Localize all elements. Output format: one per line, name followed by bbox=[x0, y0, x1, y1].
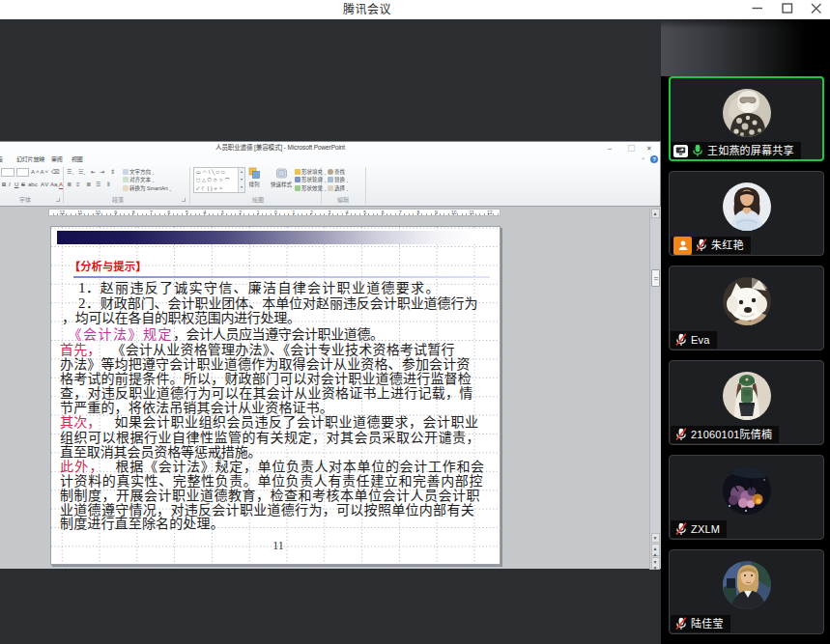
ruler-number: 7 bbox=[150, 210, 153, 215]
avatar bbox=[723, 89, 771, 137]
participant-name: 朱红艳 bbox=[711, 237, 744, 254]
slide-canvas[interactable]: 【分析与提示】 1．赵丽违反了诚实守信、廉洁自律会计职业道德要求。2．财政部门、… bbox=[50, 226, 501, 565]
text-segment: 制度进行直至除名的处理。 bbox=[60, 517, 224, 531]
participant-tile[interactable]: 王如燕的屏幕共享 bbox=[669, 76, 824, 161]
arrange-button[interactable]: 排列 bbox=[240, 167, 269, 188]
participants-sidebar: 王如燕的屏幕共享 朱红艳 bbox=[661, 19, 830, 644]
scrollbar-thumb[interactable] bbox=[651, 269, 660, 287]
convert-smartart-item[interactable]: 转换为 SmartArt ˯ bbox=[123, 184, 171, 192]
font-dialog-launcher[interactable] bbox=[56, 198, 60, 202]
avatar-illustration bbox=[723, 277, 771, 325]
label-text: 选择 bbox=[334, 185, 345, 191]
member-person-icon bbox=[677, 239, 689, 251]
participant-tile[interactable]: Eva bbox=[669, 266, 824, 350]
indent-increase-icon[interactable]: ⇥ bbox=[100, 168, 104, 176]
font-resize-icons[interactable]: A˄A˅ bbox=[31, 168, 49, 176]
italic-button[interactable]: I bbox=[9, 181, 11, 188]
indent-decrease-icon[interactable]: ⇤ bbox=[91, 168, 96, 176]
ribbon-group-label: 字体 bbox=[19, 197, 31, 204]
line-spacing-icon[interactable]: ⇕ bbox=[110, 168, 115, 176]
quick-styles-button[interactable]: 快速样式 bbox=[267, 167, 296, 188]
find-item[interactable]: 查找 bbox=[328, 168, 345, 176]
ruler-number: 2 bbox=[310, 210, 313, 215]
slide-text-line: 查，对违反职业道德行为可以在其会计从业资格证书上进行记载，情 bbox=[60, 386, 473, 401]
justify-icon[interactable]: ☰ bbox=[96, 181, 100, 188]
previous-slide-button[interactable]: ▲▲ bbox=[651, 544, 660, 556]
align-left-icon[interactable]: ≣ bbox=[67, 181, 73, 188]
mic-status bbox=[675, 428, 687, 441]
shape-effects-item[interactable]: 形状效果 ˯ bbox=[295, 184, 326, 192]
slide-text-line: 2．财政部门、会计职业团体、本单位对赵丽违反会计职业道德行为 bbox=[78, 296, 477, 311]
shape-effects-icon bbox=[295, 185, 301, 191]
shape-fill-item[interactable]: 形状填充 ˯ bbox=[295, 168, 326, 176]
shape-outline-item[interactable]: 形状轮廓 ˯ bbox=[295, 176, 326, 183]
label-text: 转换为 SmartArt bbox=[129, 185, 168, 191]
align-text-item[interactable]: 对齐文本 ˯ bbox=[123, 176, 154, 183]
shapes-gallery[interactable]: ▭◠\╲□⬭ ◻△⎔◇☆⌒ ✓☾{}⟡✧ ▴▾▾ bbox=[193, 167, 245, 193]
shadow-button[interactable]: abc bbox=[28, 181, 38, 188]
ribbon-tab[interactable]: 幻灯片放映 bbox=[16, 154, 44, 164]
font-color-button[interactable]: A bbox=[59, 181, 63, 189]
participant-tile[interactable]: 21060101阮倩楠 bbox=[669, 360, 824, 445]
maximize-button[interactable] bbox=[777, 0, 798, 19]
label-text: 形状填充 bbox=[301, 169, 323, 175]
clear-format-icon[interactable]: ⌫ bbox=[51, 168, 59, 176]
ribbon-tab[interactable]: 视图 bbox=[72, 154, 83, 164]
close-button[interactable] bbox=[806, 0, 827, 19]
ribbon-tab[interactable]: 动画 bbox=[0, 154, 3, 164]
participant-tile[interactable]: ZXLM bbox=[669, 455, 824, 540]
text-segment: 如果会计职业组织会员违反了会计职业道德要求，会计职业 bbox=[114, 415, 478, 430]
smartart-icon bbox=[123, 185, 129, 191]
participant-tile[interactable]: 陆佳莹 bbox=[669, 549, 824, 634]
mic-status bbox=[675, 333, 687, 347]
label-text: 对齐文本 bbox=[129, 177, 151, 182]
participant-tile[interactable]: 朱红艳 bbox=[669, 171, 824, 256]
slide-text-line: 计资料的真实性、完整性负责。单位负责人有责任建立和完善内部控 bbox=[60, 474, 483, 489]
scroll-down-button[interactable]: ▼ bbox=[651, 533, 660, 543]
strikethrough-button[interactable]: S bbox=[21, 181, 25, 188]
label-text: 替换 bbox=[334, 177, 345, 182]
ribbon-tab[interactable]: 审阅 bbox=[51, 154, 63, 164]
ribbon-group-label: 编辑 bbox=[337, 197, 349, 204]
minimize-button[interactable] bbox=[747, 0, 768, 19]
replace-item[interactable]: 替换 ˯ bbox=[328, 176, 348, 183]
ribbon-collapse-icon[interactable]: ⌃ bbox=[641, 156, 645, 163]
font-grow-box[interactable] bbox=[16, 168, 29, 177]
ruler-number: 8 bbox=[132, 210, 135, 215]
align-text-icon bbox=[123, 177, 129, 182]
underline-button[interactable]: U bbox=[14, 181, 18, 188]
bullets-icon[interactable]: ☰˯ bbox=[67, 168, 73, 176]
ruler-number: 11 bbox=[77, 210, 82, 215]
help-icon[interactable]: ? bbox=[650, 155, 658, 163]
text-segment: 《会计法》规定 bbox=[69, 327, 174, 342]
align-center-icon[interactable]: ≡ bbox=[76, 181, 80, 188]
bold-button[interactable]: B bbox=[2, 181, 6, 188]
next-slide-button[interactable]: ▼▼ bbox=[651, 557, 660, 570]
text-segment: 赵丽违反了诚实守信、廉洁自律会计职业道德要求。 bbox=[100, 281, 441, 295]
paragraph-dialog-launcher[interactable] bbox=[182, 198, 186, 202]
screen-share-badge bbox=[673, 145, 688, 157]
select-item[interactable]: 选择 ˯ bbox=[328, 184, 348, 192]
text-segment: 制制度，开展会计职业道德教育，检查和考核本单位会计人员会计职 bbox=[60, 489, 480, 503]
ppt-maximize-icon[interactable]: ▢ bbox=[628, 145, 635, 152]
text-segment: 组织可以根据行业自律性监管的有关规定，对其会员采取公开谴责， bbox=[60, 431, 480, 445]
columns-icon[interactable]: ⫴ bbox=[107, 181, 110, 188]
slide-heading-rule bbox=[73, 276, 490, 279]
text-direction-item[interactable]: 文字方向 ˯ bbox=[123, 168, 154, 176]
scroll-up-button[interactable]: ▲ bbox=[651, 209, 660, 218]
ppt-minimize-icon[interactable]: – bbox=[608, 145, 612, 152]
vertical-scrollbar[interactable]: ▲ ▼ ▲▲ ▼▼ bbox=[649, 209, 660, 570]
ppt-close-icon[interactable]: ✕ bbox=[646, 145, 652, 152]
align-right-icon[interactable]: ≣ bbox=[86, 181, 91, 188]
numbering-icon[interactable]: ☱˯ bbox=[78, 168, 85, 176]
ruler-number: 3 bbox=[221, 210, 224, 215]
participant-namebar: ZXLM bbox=[671, 520, 727, 538]
participant-namebar: 21060101阮倩楠 bbox=[671, 426, 779, 443]
case-button[interactable]: Aa˯ bbox=[50, 181, 59, 188]
font-size-box[interactable] bbox=[1, 168, 14, 177]
ruler-number: 9 bbox=[114, 210, 117, 215]
text-segment: 计资料的真实性、完整性负责。单位负责人有责任建立和完善内部控 bbox=[60, 474, 483, 489]
spacing-button[interactable]: AV bbox=[41, 181, 49, 188]
shared-screen-view: 人员职业道德 [兼容模式] - Microsoft PowerPoint – ▢… bbox=[0, 19, 661, 644]
label-text: 形状效果 bbox=[301, 185, 323, 191]
